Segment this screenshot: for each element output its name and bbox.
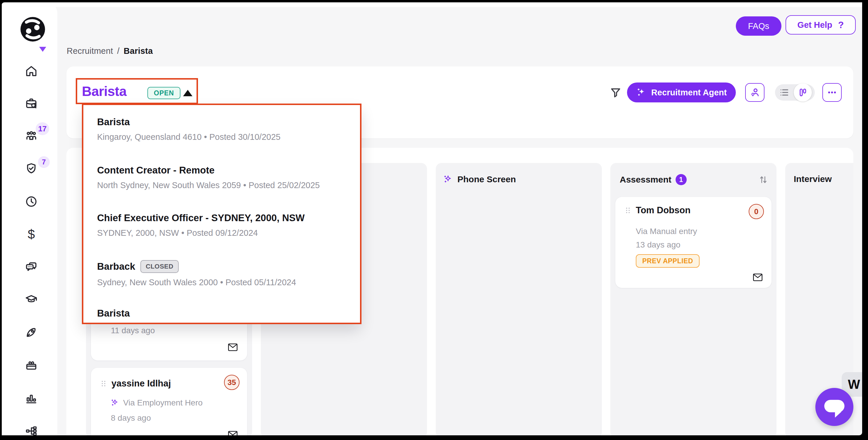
dropdown-item-ceo[interactable]: Chief Executive Officer - SYDNEY, 2000, … [97, 212, 348, 238]
sidebar-item-home[interactable] [25, 64, 38, 78]
person-add-icon [749, 87, 761, 98]
faqs-button[interactable]: FAQs [736, 17, 781, 36]
candidate-time: 8 days ago [111, 413, 151, 423]
job-search-icon [25, 97, 38, 110]
candidate-time: 13 days ago [636, 240, 681, 250]
job-title-caret-up[interactable] [183, 90, 192, 96]
candidate-source: Via Employment Hero [123, 398, 203, 408]
dropdown-item-barback[interactable]: BarbackCLOSED Sydney, New South Wales 20… [97, 260, 348, 287]
tasks-count-badge: 7 [38, 156, 50, 168]
question-mark-icon: ? [838, 20, 844, 30]
candidate-card-tom-dobson[interactable]: Tom Dobson 0 Via Manual entry 13 days ag… [615, 197, 772, 288]
rocket-icon [25, 326, 38, 339]
chat-launcher-button[interactable] [815, 388, 854, 426]
email-icon[interactable] [227, 429, 239, 435]
sidebar-item-org-chart[interactable] [25, 424, 38, 438]
dollar-icon: $ [25, 228, 38, 241]
score-badge: 0 [749, 204, 764, 219]
sparkle-icon [636, 87, 647, 98]
view-toggle[interactable] [775, 84, 815, 100]
kanban-view-icon [797, 87, 808, 98]
sidebar-item-recruitment[interactable] [25, 97, 38, 110]
bar-chart-icon [25, 391, 38, 405]
column-count-badge: 1 [676, 174, 687, 185]
job-title[interactable]: Barista [82, 85, 126, 98]
sparkle-icon [110, 398, 120, 408]
gift-icon [25, 358, 38, 372]
column-title: Interview [794, 174, 832, 184]
closed-status-badge: CLOSED [141, 260, 179, 273]
top-white-strip [2, 2, 862, 7]
recruitment-agent-button[interactable]: Recruitment Agent [627, 83, 736, 102]
dropdown-item-barista-2[interactable]: Barista [97, 308, 348, 319]
get-help-button[interactable]: Get Help ? [785, 15, 856, 34]
job-status-badge: OPEN [147, 87, 181, 99]
sidebar-item-time[interactable] [25, 195, 38, 208]
home-icon [25, 64, 38, 78]
drag-handle-icon[interactable] [99, 378, 108, 389]
shield-check-icon [25, 162, 38, 175]
sidebar-item-compliance[interactable] [25, 162, 38, 175]
logo-dropdown-caret[interactable] [39, 47, 46, 52]
candidate-source: Via Manual entry [636, 227, 697, 236]
email-icon[interactable] [752, 271, 764, 284]
org-chart-icon [25, 424, 38, 438]
graduation-cap-icon [25, 293, 38, 306]
people-count-badge: 17 [36, 122, 49, 135]
sidebar: 17 7 $ [2, 2, 57, 435]
job-switcher-dropdown: Barista Kingaroy, Queensland 4610 • Post… [83, 105, 360, 323]
candidate-time: 11 days ago [111, 326, 155, 335]
sidebar-item-messages[interactable] [25, 260, 38, 274]
filter-icon[interactable] [609, 86, 622, 100]
column-title: Assessment [620, 175, 672, 185]
score-badge: 35 [224, 375, 240, 390]
sidebar-item-payroll[interactable]: $ [25, 228, 38, 241]
candidate-name: yassine Idlhaj [112, 378, 171, 389]
dropdown-item-content-creator[interactable]: Content Creator - Remote North Sydney, N… [97, 165, 348, 190]
dropdown-item-barista[interactable]: Barista Kingaroy, Queensland 4610 • Post… [97, 116, 348, 142]
breadcrumb: Recruitment/Barista [67, 46, 153, 56]
prev-applied-tag: PREV APPLIED [636, 254, 700, 268]
chat-icon [25, 260, 38, 274]
chat-bubble-icon [815, 388, 854, 426]
breadcrumb-section[interactable]: Recruitment [67, 46, 113, 56]
email-icon[interactable] [227, 341, 239, 353]
breadcrumb-current: Barista [124, 46, 153, 56]
list-view-icon[interactable] [778, 87, 790, 98]
sidebar-item-learning[interactable] [25, 293, 38, 306]
sidebar-item-reports[interactable] [25, 391, 38, 405]
kanban-view-selected[interactable] [794, 83, 812, 101]
sidebar-item-onboarding[interactable] [25, 326, 38, 339]
check-icon [359, 131, 360, 144]
drag-handle-icon[interactable] [623, 205, 632, 215]
candidate-name: Tom Dobson [636, 205, 690, 215]
column-title: Phone Screen [457, 174, 516, 184]
column-assessment: Assessment 1 Tom Dobson 0 Via Manual ent… [610, 163, 776, 435]
app-root: 17 7 $ [0, 0, 868, 440]
company-logo[interactable] [19, 15, 47, 43]
candidate-card-yassine[interactable]: yassine Idlhaj 35 Via Employment Hero 8 … [91, 368, 247, 435]
column-phone-screen: Phone Screen [436, 163, 602, 435]
sort-icon[interactable] [758, 174, 769, 185]
sparkle-icon [443, 174, 453, 185]
clock-icon [25, 195, 38, 208]
ellipsis-icon [826, 87, 838, 98]
add-candidate-button[interactable] [745, 83, 765, 102]
sidebar-item-benefits[interactable] [25, 358, 38, 372]
more-options-button[interactable] [823, 83, 842, 102]
